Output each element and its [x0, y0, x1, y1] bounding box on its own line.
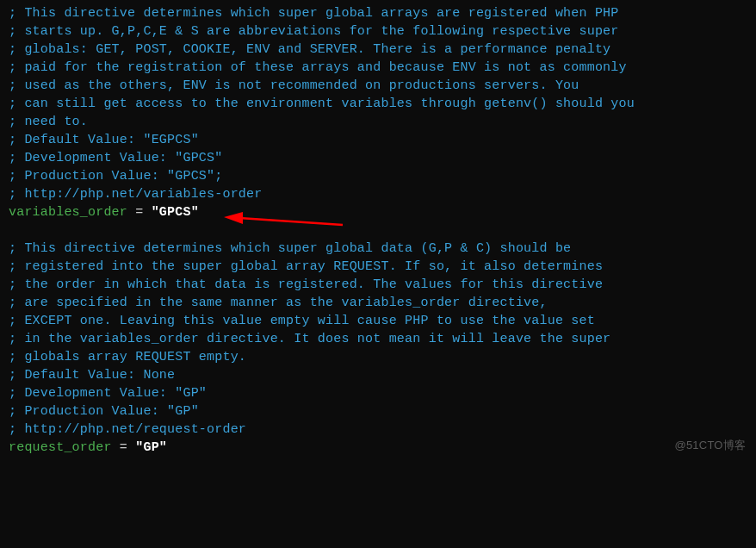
comment-line: ; http://php.net/variables-order [9, 185, 747, 203]
equals-sign: = [112, 440, 136, 455]
comment-line: ; EXCEPT one. Leaving this value empty w… [9, 312, 747, 330]
setting-key: request_order [9, 440, 112, 455]
blank-line [9, 221, 747, 240]
comment-line: ; http://php.net/request-order [9, 420, 747, 439]
comment-line: ; This directive determines which super … [9, 240, 747, 258]
comment-line: ; starts up. G,P,C,E & S are abbreviatio… [9, 22, 747, 40]
comment-line: ; Development Value: "GPCS" [9, 149, 747, 167]
comment-line: ; globals array REQUEST empty. [9, 348, 747, 366]
comment-line: ; Production Value: "GP" [9, 402, 747, 420]
setting-key: variables_order [9, 205, 127, 220]
comment-line: ; Development Value: "GP" [9, 384, 747, 402]
comment-line: ; Default Value: None [9, 366, 747, 384]
comment-line: ; in the variables_order directive. It d… [9, 330, 747, 348]
setting-request-order: request_order = "GP" [9, 439, 747, 457]
comment-line: ; registered into the super global array… [9, 258, 747, 276]
comment-line: ; globals: GET, POST, COOKIE, ENV and SE… [9, 40, 747, 59]
comment-line: ; This directive determines which super … [9, 4, 747, 22]
comment-line: ; Production Value: "GPCS"; [9, 167, 747, 185]
comment-line: ; used as the others, ENV is not recomme… [9, 77, 747, 95]
comment-line: ; paid for the registration of these arr… [9, 59, 747, 77]
comment-line: ; are specified in the same manner as th… [9, 294, 747, 312]
comment-line: ; can still get access to the environmen… [9, 95, 747, 113]
equals-sign: = [127, 205, 152, 220]
watermark: @51CTO博客 [675, 436, 746, 454]
comment-line: ; need to. [9, 113, 747, 131]
setting-value: "GP" [135, 440, 167, 455]
setting-value: "GPCS" [152, 205, 199, 220]
comment-line: ; Default Value: "EGPCS" [9, 131, 747, 149]
comment-line: ; the order in which that data is regist… [9, 276, 747, 294]
setting-variables-order: variables_order = "GPCS" [9, 203, 747, 221]
